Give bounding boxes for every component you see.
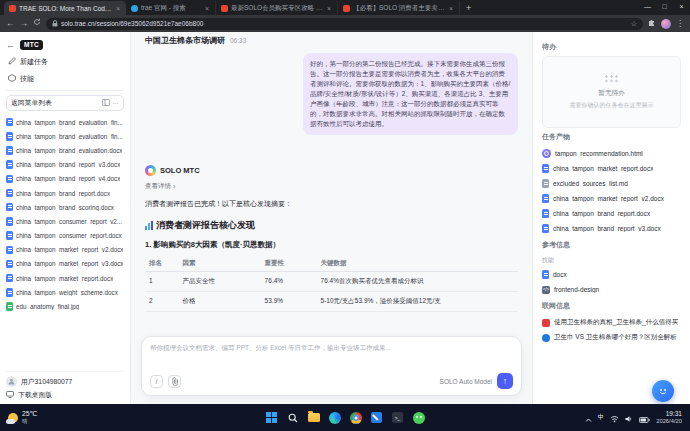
start-button[interactable] <box>265 411 278 424</box>
ime-indicator[interactable]: 中 <box>598 413 605 422</box>
taskbar-clock[interactable]: 19:31 2026/4/20 <box>656 410 682 425</box>
chrome-browser-button[interactable] <box>349 411 362 424</box>
chat-message-list[interactable]: 好的，第一部分的第二份报告已经完成。接下来需要你生成第三份报告。这一部分报告主要… <box>131 49 532 330</box>
support-smiley-icon <box>657 385 669 397</box>
battery-icon[interactable] <box>639 409 650 427</box>
more-icon[interactable]: ··· <box>113 100 120 107</box>
file-list-item[interactable]: china_tampon_consumer_report.docx <box>6 229 124 243</box>
reload-icon[interactable] <box>33 15 41 32</box>
file-list-item[interactable]: china_tampon_brand_evaluation_fin... <box>6 129 124 143</box>
tab-close-icon[interactable]: × <box>448 5 454 12</box>
file-explorer-button[interactable] <box>307 411 320 424</box>
tray-expand-icon[interactable] <box>585 409 592 427</box>
tab-close-icon[interactable]: × <box>204 5 210 12</box>
customer-support-button[interactable] <box>652 380 674 402</box>
reference-section-title: 参考信息 <box>542 240 681 250</box>
vscode-button[interactable] <box>370 411 383 424</box>
col-factor: 因素 <box>179 256 261 272</box>
attachment-icon[interactable] <box>168 375 181 388</box>
slash-command-icon[interactable]: / <box>150 375 163 388</box>
file-list-item[interactable]: china_tampon_market_report_v3.docx <box>6 257 124 271</box>
smzdm-favicon <box>542 319 550 327</box>
browser-menu-icon[interactable]: ⋮ <box>676 19 684 28</box>
file-name: china_tampon_weight_scheme.docx <box>16 289 118 296</box>
taskbar-weather-widget[interactable]: 25℃ 晴 <box>8 410 148 425</box>
artifact-item[interactable]: china_tampon_brand_report_v3.docx <box>542 221 681 236</box>
tab-close-icon[interactable]: × <box>326 5 332 12</box>
file-list-item[interactable]: edu_anatomy_final.jpg <box>6 299 124 313</box>
sidebar-back-icon[interactable]: ← <box>6 40 15 50</box>
todo-grid-icon <box>605 75 618 84</box>
chat-input-card: / SOLO Auto Model ↑ <box>141 336 522 396</box>
file-name: china_tampon_brand_report.docx <box>16 190 110 197</box>
skills-button[interactable]: 技能 <box>6 71 124 86</box>
new-tab-button[interactable]: + <box>460 1 477 15</box>
artifact-item[interactable]: china_tampon_market_report.docx <box>542 161 681 176</box>
model-selector[interactable]: SOLO Auto Model <box>440 378 492 385</box>
image-file-icon <box>6 302 13 311</box>
file-list-item[interactable]: china_tampon_weight_scheme.docx <box>6 285 124 299</box>
wifi-icon[interactable] <box>610 409 619 427</box>
file-list-item[interactable]: china_tampon_brand_report.docx <box>6 186 124 200</box>
tab-close-icon[interactable]: × <box>115 5 121 12</box>
reference-item[interactable]: </>frontend-design <box>542 282 681 297</box>
reference-item[interactable]: docx <box>542 267 681 282</box>
browser-tab-2[interactable]: trae 官网 - 搜索 × <box>126 1 216 15</box>
artifact-item[interactable]: tampon_recommendation.html <box>542 146 681 161</box>
todo-section-title: 待办 <box>542 42 681 52</box>
artifact-item[interactable]: china_tampon_market_report_v2.docx <box>542 191 681 206</box>
artifact-name: china_tampon_market_report_v2.docx <box>553 195 664 202</box>
file-list-item[interactable]: china_tampon_brand_evaluation.docx <box>6 143 124 157</box>
new-task-button[interactable]: 新建任务 <box>6 54 124 69</box>
trae-favicon <box>343 5 350 12</box>
extensions-icon[interactable] <box>648 15 656 32</box>
window-maximize-button[interactable]: □ <box>656 0 673 15</box>
tab-title: trae 官网 - 搜索 <box>141 4 201 13</box>
browser-tab-4[interactable]: 【必看】SOLO 消费者主要卖点... × <box>338 1 460 15</box>
browser-profile-avatar[interactable] <box>661 19 671 29</box>
cell-factor: 价格 <box>179 292 261 312</box>
bookmark-star-icon[interactable]: ☆ <box>631 20 637 28</box>
chat-input[interactable] <box>150 344 513 370</box>
volume-icon[interactable] <box>625 409 633 427</box>
browser-tab-1[interactable]: TRAE SOLO: More Than Coding × <box>4 1 126 15</box>
section-heading: 1. 影响购买的8大因素（凯度·贝恩数据） <box>145 240 518 250</box>
back-to-menu-button[interactable]: 返回菜单列表 ··· <box>6 95 124 111</box>
web-reference-item[interactable]: 卫生巾 VS 卫生棉条哪个好用？区别全解析 <box>542 330 681 345</box>
file-list-item[interactable]: china_tampon_market_report.docx <box>6 271 124 285</box>
url-bar[interactable]: solo.trae.cn/session/69e35062d9521e7ae06… <box>46 18 643 30</box>
artifact-item[interactable]: excluded_sources_list.md <box>542 176 681 191</box>
file-list-item[interactable]: china_tampon_brand_scoring.docx <box>6 200 124 214</box>
col-importance: 重要性 <box>261 256 317 272</box>
reference-name: frontend-design <box>554 286 599 293</box>
cell-rank: 1 <box>145 272 179 292</box>
view-details-toggle[interactable]: 查看详情 › <box>145 182 518 191</box>
web-reference-item[interactable]: 使用卫生棉条的真相_卫生棉条_什么值得买 <box>542 315 681 330</box>
edge-browser-button[interactable] <box>328 411 341 424</box>
cell-importance: 76.4% <box>261 272 317 292</box>
file-list-item[interactable]: china_tampon_brand_evaluation_fin... <box>6 115 124 129</box>
wechat-button[interactable] <box>412 411 425 424</box>
back-icon[interactable]: ← <box>6 15 15 32</box>
file-list-item[interactable]: china_tampon_brand_report_v4.docx <box>6 172 124 186</box>
terminal-button[interactable]: >_ <box>391 411 404 424</box>
panel-layout-icon[interactable] <box>102 99 110 107</box>
download-desktop-button[interactable]: 下载桌面版 <box>6 388 124 401</box>
running-indicator <box>353 423 359 425</box>
artifact-item[interactable]: china_tampon_brand_report.docx <box>542 206 681 221</box>
browser-tab-3[interactable]: 最新SOLO会员购买专区攻略 - TRAE... × <box>216 1 338 15</box>
file-list-item[interactable]: china_tampon_brand_report_v3.docx <box>6 158 124 172</box>
user-account-button[interactable]: 用户3104980077 <box>6 375 124 388</box>
terminal-icon: >_ <box>392 412 403 423</box>
session-time: 06:33 <box>230 37 246 44</box>
window-close-button[interactable]: × <box>673 0 690 15</box>
search-favicon <box>131 5 138 12</box>
forward-icon[interactable]: → <box>20 15 29 32</box>
window-minimize-button[interactable]: — <box>639 0 656 15</box>
weather-sun-icon <box>8 413 18 423</box>
file-name: china_tampon_consumer_report_v2... <box>16 218 122 225</box>
taskbar-search-button[interactable] <box>286 411 299 424</box>
send-button[interactable]: ↑ <box>497 373 513 389</box>
file-list-item[interactable]: china_tampon_consumer_report_v2... <box>6 214 124 228</box>
file-list-item[interactable]: china_tampon_market_report_v2.docx <box>6 243 124 257</box>
